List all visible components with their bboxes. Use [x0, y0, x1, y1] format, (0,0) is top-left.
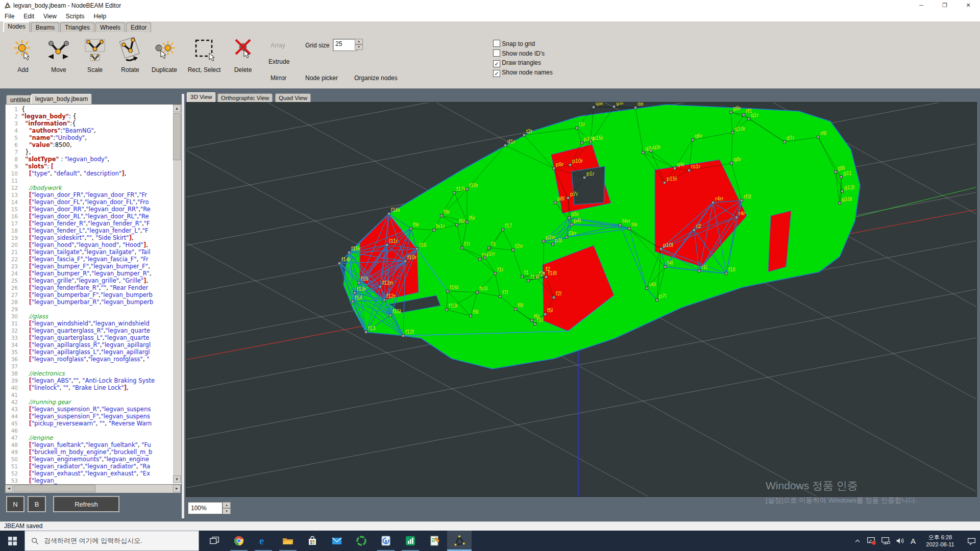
duplicate-tool[interactable]: Duplicate [148, 37, 181, 73]
taskbar-app-chrome[interactable] [227, 531, 251, 551]
window-title: legvan_body.jbeam - NodeBEAM Editor [13, 2, 121, 9]
action-center-icon[interactable] [964, 531, 979, 551]
taskbar-app-chart[interactable] [398, 531, 423, 551]
file-tab-legvan-body[interactable]: legvan_body.jbeam [31, 94, 92, 105]
tab-nodes[interactable]: Nodes [3, 21, 30, 32]
node-handle [499, 295, 502, 298]
close-button[interactable]: ✕ [957, 0, 980, 11]
scroll-down-icon[interactable]: ▼ [173, 475, 181, 483]
tab-orthographic-view[interactable]: Orthographic View [217, 93, 273, 103]
scroll-left-icon[interactable]: ◄ [5, 485, 13, 492]
rotate-tool[interactable]: Rotate [114, 37, 146, 73]
checkbox-box-icon[interactable] [493, 49, 500, 57]
tab-triangles[interactable]: Triangles [60, 22, 94, 32]
viewport-zoom-spinner[interactable]: ▲ ▼ [223, 502, 231, 513]
node-handle [410, 228, 412, 230]
menu-file[interactable]: File [0, 11, 19, 20]
taskbar-app-explorer[interactable] [276, 531, 300, 551]
checkbox-show-node-names[interactable]: ✓ Show node names [493, 69, 553, 77]
beams-mode-button[interactable]: B [28, 496, 46, 512]
tray-network-icon[interactable] [879, 531, 892, 551]
scroll-up-icon[interactable]: ▲ [173, 105, 181, 112]
rect-select-tool[interactable]: Rect, Select [185, 37, 224, 73]
scroll-right-icon[interactable]: ► [173, 485, 181, 492]
tray-volume-icon[interactable] [893, 531, 906, 551]
code-line: 5 "name":"Unibody", [6, 134, 172, 141]
zoom-down-icon[interactable]: ▼ [223, 508, 231, 514]
menu-help[interactable]: Help [89, 11, 111, 20]
node-handle [628, 228, 631, 230]
node-label: p10r [572, 158, 583, 164]
node-handle [698, 270, 701, 272]
taskbar-app-taskview[interactable] [202, 531, 227, 551]
tab-editor[interactable]: Editor [126, 22, 151, 32]
taskbar-search[interactable]: 검색하려면 여기에 입력하십시오. [24, 531, 199, 551]
node-handle [642, 152, 645, 154]
taskbar-app-ring[interactable] [349, 531, 374, 551]
checkbox-box-icon[interactable] [493, 40, 500, 47]
add-tool[interactable]: Add [7, 37, 39, 73]
checkbox-box-icon[interactable]: ✓ [493, 70, 500, 77]
scale-tool[interactable]: Scale [79, 37, 111, 73]
checkbox-box-icon[interactable]: ✓ [493, 60, 500, 67]
node-label: f4rr [622, 218, 630, 224]
menu-scripts[interactable]: Scripts [61, 11, 89, 20]
checkbox-show-node-id-s[interactable]: Show node ID's [493, 49, 545, 57]
minimize-button[interactable]: ─ [910, 0, 933, 11]
node-handle [466, 221, 469, 223]
panel-splitter[interactable] [182, 94, 184, 518]
tab-quad-view[interactable]: Quad View [275, 93, 311, 103]
viewport-zoom-input[interactable]: 100% [188, 502, 223, 514]
refresh-button[interactable]: Refresh [53, 496, 119, 512]
vscroll-thumb[interactable] [173, 113, 181, 160]
tray-cast-icon[interactable] [865, 531, 878, 551]
node-label: f8r [444, 209, 450, 215]
grid-line [186, 338, 976, 488]
grid-size-input[interactable]: 25 [333, 39, 357, 51]
menu-bar: FileEditViewScriptsHelp [0, 11, 980, 21]
node-label: p8l [557, 195, 565, 202]
taskbar-clock[interactable]: 오후 6:28 2022-08-11 [920, 531, 961, 551]
spin-down-icon[interactable]: ▼ [355, 44, 363, 50]
node-label: f17l [530, 273, 539, 280]
organize-nodes-button[interactable]: Organize nodes [354, 74, 398, 82]
extrude-button[interactable]: Extrude [268, 58, 289, 65]
taskbar-app-mail[interactable] [325, 531, 349, 551]
code-vscrollbar[interactable]: ▲ ▼ [173, 105, 181, 483]
node-handle [656, 299, 658, 302]
tray-chevron-icon[interactable] [851, 531, 864, 551]
taskbar-app-store[interactable] [300, 531, 325, 551]
tab-3d-view[interactable]: 3D View [187, 92, 216, 103]
maximize-button[interactable]: ❐ [933, 0, 957, 11]
delete-tool[interactable]: Delete [227, 37, 259, 73]
code-editor[interactable]: 1{2"legvan_body": {3 "information":{4 "a… [5, 104, 182, 485]
code-line: 2"legvan_body": { [6, 113, 172, 120]
menu-view[interactable]: View [39, 11, 61, 20]
file-tab-untitled[interactable]: untitled [6, 95, 34, 105]
move-tool[interactable]: Move [42, 37, 75, 73]
checkbox-snap-to-grid[interactable]: Snap to grid [493, 40, 535, 47]
code-hscrollbar[interactable]: ◄ ► [5, 485, 181, 493]
start-button[interactable] [0, 531, 24, 551]
node-label: f8l [518, 302, 523, 308]
taskbar-app-notes[interactable] [423, 531, 447, 551]
tab-wheels[interactable]: Wheels [95, 22, 125, 32]
taskbar-app-nodebeam[interactable] [447, 531, 472, 551]
node-label: g10l [842, 196, 852, 202]
node-label: f1 [524, 269, 529, 276]
taskbar-app-edge[interactable]: e [251, 531, 276, 551]
spin-up-icon[interactable]: ▲ [355, 39, 363, 44]
nodes-mode-button[interactable]: N [6, 496, 24, 512]
menu-edit[interactable]: Edit [19, 11, 39, 20]
grid-size-spinner[interactable]: ▲▼ [355, 39, 363, 50]
delete-tool-label: Delete [227, 66, 259, 73]
zoom-up-icon[interactable]: ▲ [223, 502, 231, 508]
checkbox-draw-triangles[interactable]: ✓ Draw triangles [493, 59, 541, 67]
taskbar-app-bookmark[interactable] [374, 531, 398, 551]
tab-beams[interactable]: Beams [31, 22, 59, 32]
tray-ime-indicator[interactable]: A [908, 531, 919, 551]
viewport-3d[interactable]: f16rf9rf11rf15rf14rf10rf16f15f12rrf13rf1… [186, 102, 977, 497]
node-picker-button[interactable]: Node picker [305, 74, 338, 82]
hscroll-thumb[interactable] [14, 485, 95, 492]
mirror-button[interactable]: Mirror [271, 74, 286, 82]
